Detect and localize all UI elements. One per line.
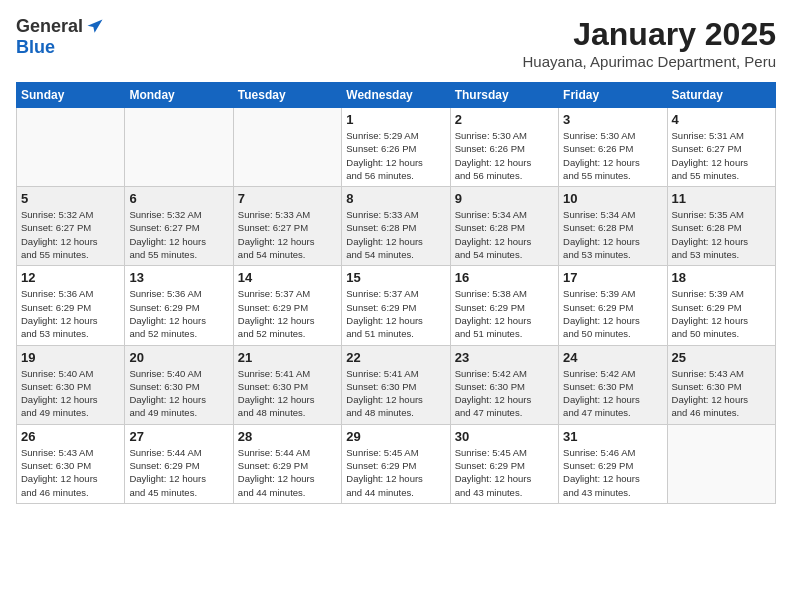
- day-number: 1: [346, 112, 445, 127]
- day-info: Sunrise: 5:44 AM Sunset: 6:29 PM Dayligh…: [238, 446, 337, 499]
- calendar-day-cell: 27Sunrise: 5:44 AM Sunset: 6:29 PM Dayli…: [125, 424, 233, 503]
- calendar-day-cell: [667, 424, 775, 503]
- calendar-day-cell: 29Sunrise: 5:45 AM Sunset: 6:29 PM Dayli…: [342, 424, 450, 503]
- calendar-day-cell: 17Sunrise: 5:39 AM Sunset: 6:29 PM Dayli…: [559, 266, 667, 345]
- day-info: Sunrise: 5:34 AM Sunset: 6:28 PM Dayligh…: [563, 208, 662, 261]
- weekday-header: Friday: [559, 83, 667, 108]
- calendar-day-cell: 23Sunrise: 5:42 AM Sunset: 6:30 PM Dayli…: [450, 345, 558, 424]
- day-number: 27: [129, 429, 228, 444]
- weekday-header: Wednesday: [342, 83, 450, 108]
- calendar-day-cell: 16Sunrise: 5:38 AM Sunset: 6:29 PM Dayli…: [450, 266, 558, 345]
- calendar-day-cell: 30Sunrise: 5:45 AM Sunset: 6:29 PM Dayli…: [450, 424, 558, 503]
- day-info: Sunrise: 5:32 AM Sunset: 6:27 PM Dayligh…: [129, 208, 228, 261]
- weekday-header: Monday: [125, 83, 233, 108]
- weekday-header: Thursday: [450, 83, 558, 108]
- calendar-day-cell: 21Sunrise: 5:41 AM Sunset: 6:30 PM Dayli…: [233, 345, 341, 424]
- day-number: 21: [238, 350, 337, 365]
- day-info: Sunrise: 5:32 AM Sunset: 6:27 PM Dayligh…: [21, 208, 120, 261]
- day-info: Sunrise: 5:31 AM Sunset: 6:27 PM Dayligh…: [672, 129, 771, 182]
- day-info: Sunrise: 5:39 AM Sunset: 6:29 PM Dayligh…: [672, 287, 771, 340]
- calendar-day-cell: 12Sunrise: 5:36 AM Sunset: 6:29 PM Dayli…: [17, 266, 125, 345]
- calendar-day-cell: [125, 108, 233, 187]
- weekday-header: Sunday: [17, 83, 125, 108]
- day-info: Sunrise: 5:29 AM Sunset: 6:26 PM Dayligh…: [346, 129, 445, 182]
- day-info: Sunrise: 5:30 AM Sunset: 6:26 PM Dayligh…: [563, 129, 662, 182]
- day-info: Sunrise: 5:30 AM Sunset: 6:26 PM Dayligh…: [455, 129, 554, 182]
- day-number: 2: [455, 112, 554, 127]
- day-number: 29: [346, 429, 445, 444]
- day-number: 22: [346, 350, 445, 365]
- calendar-week-row: 1Sunrise: 5:29 AM Sunset: 6:26 PM Daylig…: [17, 108, 776, 187]
- day-number: 18: [672, 270, 771, 285]
- day-info: Sunrise: 5:38 AM Sunset: 6:29 PM Dayligh…: [455, 287, 554, 340]
- calendar-day-cell: 25Sunrise: 5:43 AM Sunset: 6:30 PM Dayli…: [667, 345, 775, 424]
- calendar-day-cell: 1Sunrise: 5:29 AM Sunset: 6:26 PM Daylig…: [342, 108, 450, 187]
- calendar-day-cell: 26Sunrise: 5:43 AM Sunset: 6:30 PM Dayli…: [17, 424, 125, 503]
- day-info: Sunrise: 5:42 AM Sunset: 6:30 PM Dayligh…: [455, 367, 554, 420]
- page-header: General Blue January 2025 Huayana, Apuri…: [16, 16, 776, 70]
- day-number: 26: [21, 429, 120, 444]
- day-info: Sunrise: 5:45 AM Sunset: 6:29 PM Dayligh…: [455, 446, 554, 499]
- day-info: Sunrise: 5:34 AM Sunset: 6:28 PM Dayligh…: [455, 208, 554, 261]
- day-number: 20: [129, 350, 228, 365]
- day-number: 31: [563, 429, 662, 444]
- calendar-day-cell: 24Sunrise: 5:42 AM Sunset: 6:30 PM Dayli…: [559, 345, 667, 424]
- day-number: 28: [238, 429, 337, 444]
- day-number: 25: [672, 350, 771, 365]
- day-number: 6: [129, 191, 228, 206]
- day-number: 16: [455, 270, 554, 285]
- day-info: Sunrise: 5:41 AM Sunset: 6:30 PM Dayligh…: [238, 367, 337, 420]
- day-info: Sunrise: 5:33 AM Sunset: 6:28 PM Dayligh…: [346, 208, 445, 261]
- calendar-day-cell: 28Sunrise: 5:44 AM Sunset: 6:29 PM Dayli…: [233, 424, 341, 503]
- title-section: January 2025 Huayana, Apurimac Departmen…: [523, 16, 776, 70]
- calendar-day-cell: 9Sunrise: 5:34 AM Sunset: 6:28 PM Daylig…: [450, 187, 558, 266]
- day-number: 4: [672, 112, 771, 127]
- weekday-header: Tuesday: [233, 83, 341, 108]
- calendar-day-cell: 6Sunrise: 5:32 AM Sunset: 6:27 PM Daylig…: [125, 187, 233, 266]
- day-info: Sunrise: 5:36 AM Sunset: 6:29 PM Dayligh…: [129, 287, 228, 340]
- calendar-table: SundayMondayTuesdayWednesdayThursdayFrid…: [16, 82, 776, 504]
- day-info: Sunrise: 5:45 AM Sunset: 6:29 PM Dayligh…: [346, 446, 445, 499]
- calendar-day-cell: 4Sunrise: 5:31 AM Sunset: 6:27 PM Daylig…: [667, 108, 775, 187]
- logo-bird-icon: [85, 17, 105, 37]
- calendar-header-row: SundayMondayTuesdayWednesdayThursdayFrid…: [17, 83, 776, 108]
- calendar-day-cell: 2Sunrise: 5:30 AM Sunset: 6:26 PM Daylig…: [450, 108, 558, 187]
- day-info: Sunrise: 5:42 AM Sunset: 6:30 PM Dayligh…: [563, 367, 662, 420]
- calendar-week-row: 26Sunrise: 5:43 AM Sunset: 6:30 PM Dayli…: [17, 424, 776, 503]
- calendar-day-cell: 3Sunrise: 5:30 AM Sunset: 6:26 PM Daylig…: [559, 108, 667, 187]
- day-number: 19: [21, 350, 120, 365]
- calendar-day-cell: [17, 108, 125, 187]
- calendar-day-cell: 20Sunrise: 5:40 AM Sunset: 6:30 PM Dayli…: [125, 345, 233, 424]
- day-info: Sunrise: 5:40 AM Sunset: 6:30 PM Dayligh…: [21, 367, 120, 420]
- day-info: Sunrise: 5:33 AM Sunset: 6:27 PM Dayligh…: [238, 208, 337, 261]
- day-number: 5: [21, 191, 120, 206]
- location-subtitle: Huayana, Apurimac Department, Peru: [523, 53, 776, 70]
- calendar-day-cell: 10Sunrise: 5:34 AM Sunset: 6:28 PM Dayli…: [559, 187, 667, 266]
- day-number: 12: [21, 270, 120, 285]
- day-info: Sunrise: 5:39 AM Sunset: 6:29 PM Dayligh…: [563, 287, 662, 340]
- day-info: Sunrise: 5:37 AM Sunset: 6:29 PM Dayligh…: [346, 287, 445, 340]
- calendar-day-cell: 14Sunrise: 5:37 AM Sunset: 6:29 PM Dayli…: [233, 266, 341, 345]
- day-info: Sunrise: 5:40 AM Sunset: 6:30 PM Dayligh…: [129, 367, 228, 420]
- day-number: 23: [455, 350, 554, 365]
- calendar-day-cell: 22Sunrise: 5:41 AM Sunset: 6:30 PM Dayli…: [342, 345, 450, 424]
- calendar-day-cell: 15Sunrise: 5:37 AM Sunset: 6:29 PM Dayli…: [342, 266, 450, 345]
- day-number: 24: [563, 350, 662, 365]
- month-title: January 2025: [523, 16, 776, 53]
- calendar-day-cell: 18Sunrise: 5:39 AM Sunset: 6:29 PM Dayli…: [667, 266, 775, 345]
- calendar-week-row: 19Sunrise: 5:40 AM Sunset: 6:30 PM Dayli…: [17, 345, 776, 424]
- calendar-day-cell: 8Sunrise: 5:33 AM Sunset: 6:28 PM Daylig…: [342, 187, 450, 266]
- day-info: Sunrise: 5:41 AM Sunset: 6:30 PM Dayligh…: [346, 367, 445, 420]
- day-number: 15: [346, 270, 445, 285]
- calendar-day-cell: [233, 108, 341, 187]
- weekday-header: Saturday: [667, 83, 775, 108]
- day-number: 11: [672, 191, 771, 206]
- day-number: 30: [455, 429, 554, 444]
- calendar-day-cell: 13Sunrise: 5:36 AM Sunset: 6:29 PM Dayli…: [125, 266, 233, 345]
- calendar-week-row: 12Sunrise: 5:36 AM Sunset: 6:29 PM Dayli…: [17, 266, 776, 345]
- day-info: Sunrise: 5:44 AM Sunset: 6:29 PM Dayligh…: [129, 446, 228, 499]
- day-info: Sunrise: 5:43 AM Sunset: 6:30 PM Dayligh…: [21, 446, 120, 499]
- day-info: Sunrise: 5:46 AM Sunset: 6:29 PM Dayligh…: [563, 446, 662, 499]
- calendar-day-cell: 7Sunrise: 5:33 AM Sunset: 6:27 PM Daylig…: [233, 187, 341, 266]
- day-number: 10: [563, 191, 662, 206]
